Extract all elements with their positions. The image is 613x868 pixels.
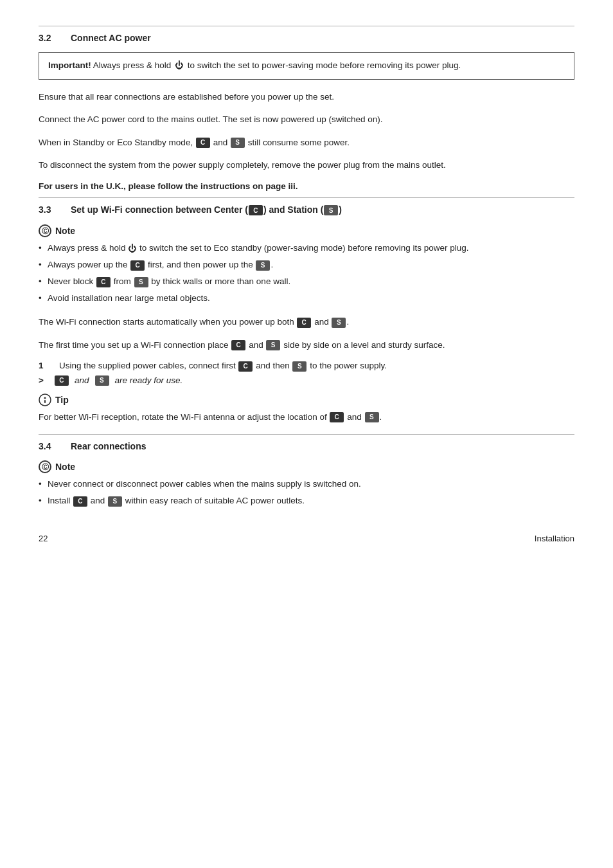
page-content: 3.2 Connect AC power Important! Always p… xyxy=(39,26,574,543)
tip-text-post: . xyxy=(380,412,382,422)
wifi-para1-and: and xyxy=(312,317,331,327)
note-item-3: Never block C from S by thick walls or m… xyxy=(39,275,574,289)
s32-para3: When in Standby or Eco Standby mode, C a… xyxy=(39,136,574,150)
step-arrow: > xyxy=(39,375,49,385)
station-badge-6: S xyxy=(292,361,306,372)
station-badge-1: S xyxy=(231,138,245,148)
center-badge-2: C xyxy=(130,260,145,271)
section-33-title: Set up Wi-Fi connection between Center (… xyxy=(71,204,342,215)
wifi-para1-dot: . xyxy=(346,317,349,327)
s32-para3-post: still consume some power. xyxy=(245,138,350,147)
step-result-post: are ready for use. xyxy=(115,375,183,385)
divider-34 xyxy=(39,434,574,435)
step1-pre: Using the supplied power cables, connect… xyxy=(59,361,238,370)
tip-icon xyxy=(39,393,51,406)
section-33-header: 3.3 Set up Wi-Fi connection between Cent… xyxy=(39,204,574,215)
wifi-para2-post: side by side on a level and sturdy surfa… xyxy=(281,340,445,350)
s33-tip-heading: Tip xyxy=(39,393,574,406)
svg-point-1 xyxy=(44,397,46,399)
center-badge-4: C xyxy=(297,318,311,328)
s33-note-label: Note xyxy=(55,226,75,236)
s33-wifi-para2: The first time you set up a Wi-Fi connec… xyxy=(39,338,574,352)
s34-note-item-1: Never connect or disconnect power cables… xyxy=(39,477,574,491)
station-badge-7: S xyxy=(95,375,109,386)
wifi-para2-mid: and xyxy=(246,340,265,350)
station-badge-8: S xyxy=(365,412,379,422)
section-34-title: Rear connections xyxy=(71,441,146,451)
station-badge-2: S xyxy=(256,260,270,271)
note-item-4: Avoid installation near large metal obje… xyxy=(39,291,574,305)
s32-para1: Ensure that all rear connections are est… xyxy=(39,90,574,104)
tip-text-mid: and xyxy=(344,412,364,422)
center-badge-3: C xyxy=(96,277,111,287)
step-result-and: and xyxy=(75,375,89,385)
divider-33 xyxy=(39,197,574,198)
s32-para3-mid: and xyxy=(211,138,230,147)
important-label: Important! xyxy=(48,60,91,70)
section-34-num: 3.4 xyxy=(39,441,58,451)
center-badge-6: C xyxy=(238,361,253,372)
step1-post: to the power supply. xyxy=(307,361,387,370)
s32-para4: To disconnect the system from the power … xyxy=(39,158,574,172)
center-badge-9: C xyxy=(73,496,87,507)
important-box: Important! Always press & hold ⏻ to swit… xyxy=(39,52,574,80)
section-33-num: 3.3 xyxy=(39,204,58,215)
tip-text-pre: For better Wi-Fi reception, rotate the W… xyxy=(39,412,329,422)
station-badge-3: S xyxy=(134,277,148,287)
station-badge-title: S xyxy=(324,205,338,215)
s32-para3-pre: When in Standby or Eco Standby mode, xyxy=(39,138,195,147)
step-1-num: 1 xyxy=(39,361,49,371)
s33-title-mid: ) and Station ( xyxy=(263,204,323,215)
s33-title-end: ) xyxy=(339,204,342,215)
center-badge-7: C xyxy=(55,375,69,386)
station-badge-5: S xyxy=(266,340,280,350)
note-icon-1: Ⓒ xyxy=(39,224,51,237)
step-1-row: 1 Using the supplied power cables, conne… xyxy=(39,361,574,371)
s34-note-list: Never connect or disconnect power cables… xyxy=(39,477,574,507)
station-badge-9: S xyxy=(108,496,122,507)
wifi-para1-pre: The Wi-Fi connection starts automaticall… xyxy=(39,317,296,327)
note-icon-2: Ⓒ xyxy=(39,460,51,473)
note-item-1: Always press & hold ⏻ to switch the set … xyxy=(39,241,574,255)
s33-wifi-para1: The Wi-Fi connection starts automaticall… xyxy=(39,315,574,329)
important-text1: Always press & hold xyxy=(91,60,173,70)
s34-note-item-2: Install C and S within easy reach of sui… xyxy=(39,494,574,508)
step-1-text: Using the supplied power cables, connect… xyxy=(59,361,387,371)
center-badge-title: C xyxy=(249,205,263,215)
section-32-title: Connect AC power xyxy=(71,33,151,43)
s34-note-block: Ⓒ Note Never connect or disconnect power… xyxy=(39,460,574,507)
top-divider xyxy=(39,26,574,26)
page-number: 22 xyxy=(39,534,48,543)
svg-rect-2 xyxy=(44,400,46,403)
center-badge-1: C xyxy=(196,138,210,148)
uk-note: For users in the U.K., please follow the… xyxy=(39,181,574,191)
s34-note-label: Note xyxy=(55,462,75,472)
s33-tip-block: Tip For better Wi-Fi reception, rotate t… xyxy=(39,393,574,424)
wifi-para2-pre: The first time you set up a Wi-Fi connec… xyxy=(39,340,231,350)
station-badge-4: S xyxy=(332,318,346,328)
power-icon-1: ⏻ xyxy=(175,59,184,72)
note-item-2: Always power up the C first, and then po… xyxy=(39,258,574,272)
step-1-result: > C and S are ready for use. xyxy=(39,375,574,386)
section-32-num: 3.2 xyxy=(39,33,58,43)
section-32-header: 3.2 Connect AC power xyxy=(39,33,574,43)
section-34-header: 3.4 Rear connections xyxy=(39,441,574,451)
s33-note-list: Always press & hold ⏻ to switch the set … xyxy=(39,241,574,305)
s34-note-heading: Ⓒ Note xyxy=(39,460,574,473)
s33-note-block: Ⓒ Note Always press & hold ⏻ to switch t… xyxy=(39,224,574,305)
important-text2: to switch the set to power-saving mode b… xyxy=(185,60,461,70)
s32-para2: Connect the AC power cord to the mains o… xyxy=(39,113,574,127)
footer-label: Installation xyxy=(535,534,574,543)
page-footer: 22 Installation xyxy=(39,534,574,543)
center-badge-8: C xyxy=(330,412,344,422)
tip-label: Tip xyxy=(55,395,69,405)
center-badge-5: C xyxy=(231,340,245,350)
s33-title-pre: Set up Wi-Fi connection between Center ( xyxy=(71,204,248,215)
s33-note-heading: Ⓒ Note xyxy=(39,224,574,237)
step1-mid: and then xyxy=(253,361,292,370)
s33-tip-text: For better Wi-Fi reception, rotate the W… xyxy=(39,410,574,424)
